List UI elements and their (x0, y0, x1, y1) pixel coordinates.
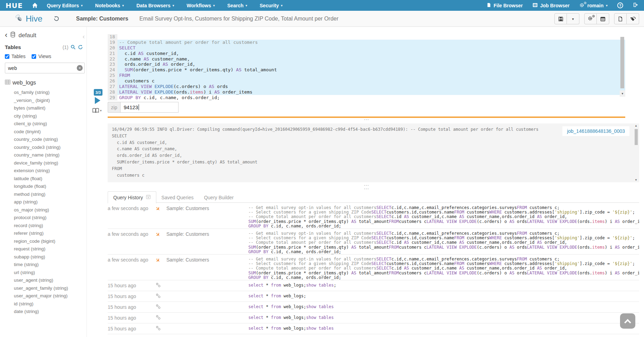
history-row[interactable]: 15 hours agoselect * from web_logs;show … (108, 313, 639, 323)
nav-menu-search[interactable]: Search▾ (227, 3, 247, 8)
refresh-icon[interactable] (78, 45, 83, 50)
column-item[interactable]: os_family (string) (5, 89, 86, 97)
token: from (271, 326, 281, 331)
column-item[interactable]: time (string) (5, 261, 86, 269)
column-item[interactable]: referer (string) (5, 230, 86, 238)
user-menu[interactable]: romain ▾ (579, 3, 608, 8)
chevron-down-icon: ▾ (81, 4, 83, 7)
scroll-down-icon[interactable]: ▼ (620, 90, 625, 97)
new-query-button[interactable] (614, 13, 627, 24)
filter-views[interactable]: Views (32, 54, 51, 59)
variable-input[interactable]: 94123 (120, 102, 179, 113)
settings-button[interactable] (584, 13, 597, 24)
column-item[interactable]: user_agent_major (string) (5, 292, 86, 300)
token: AS (459, 240, 464, 245)
column-item[interactable]: code (tinyint) (5, 128, 86, 136)
token: customers c (399, 219, 427, 224)
column-item[interactable]: id (string) (5, 300, 86, 308)
token: (ords. (174, 89, 190, 95)
tab-query-history[interactable]: Query History (108, 191, 156, 203)
scroll-up-icon[interactable]: ▲ (635, 124, 637, 127)
tab-saved-queries[interactable]: Saved Queries (156, 192, 199, 203)
column-item[interactable]: client_ip (string) (5, 120, 86, 128)
column-item[interactable]: bytes (smallint) (5, 104, 86, 112)
scroll-down-icon[interactable]: ▼ (635, 178, 637, 182)
file-browser-button[interactable]: File Browser (487, 2, 523, 9)
scroll-to-top-button[interactable] (620, 313, 635, 329)
token: SELECT (371, 210, 386, 215)
search-icon[interactable] (71, 45, 76, 50)
column-item[interactable]: url (string) (5, 269, 86, 277)
column-item[interactable]: subapp (string) (5, 253, 86, 261)
filter-tables[interactable]: Tables (5, 54, 25, 59)
column-item[interactable]: protocol (string) (5, 214, 86, 222)
scrollbar-thumb[interactable] (635, 129, 638, 145)
tab-query-builder[interactable]: Query Builder (199, 192, 239, 203)
token: customers.addresses[ (502, 261, 555, 266)
resize-handle[interactable]: ⋯ (108, 118, 625, 121)
job-link[interactable]: job_1461888648136_0003 (567, 128, 625, 134)
database-selector[interactable]: ‹ default (5, 32, 86, 39)
collapse-panel-icon[interactable]: ‹ (83, 33, 85, 40)
column-item[interactable]: request (string) (5, 245, 86, 253)
history-row[interactable]: 15 hours agoselect * from web_logs;show … (108, 280, 639, 291)
views-checkbox[interactable] (32, 54, 36, 59)
back-icon[interactable]: ‹ (5, 31, 7, 39)
nav-menu-security[interactable]: Security▾ (260, 3, 283, 8)
column-item[interactable]: extension (string) (5, 167, 86, 175)
query-history-icon[interactable] (53, 16, 59, 22)
save-dropdown-button[interactable]: ▾ (567, 13, 579, 24)
column-item[interactable]: user_agent (string) (5, 276, 86, 284)
column-item[interactable]: app (string) (5, 198, 86, 206)
column-item[interactable]: country_code3 (string) (5, 144, 86, 152)
token: show tables (306, 283, 333, 288)
column-item[interactable]: city (string) (5, 112, 86, 120)
history-row[interactable]: 15 hours agoselect * from web_logs;show … (108, 302, 639, 313)
scrollbar-thumb[interactable] (620, 37, 624, 88)
column-item[interactable]: method (string) (5, 191, 86, 199)
history-row[interactable]: a few seconds ago✈Sample: Customers-- Ge… (108, 203, 639, 229)
table-item[interactable]: web_logs (5, 80, 86, 86)
table-search-input[interactable] (5, 63, 85, 73)
column-item[interactable]: record (string) (5, 222, 86, 230)
column-item[interactable]: date (string) (5, 308, 86, 316)
column-item[interactable]: latitude (float) (5, 175, 86, 183)
column-item[interactable]: os_major (string) (5, 206, 86, 214)
nav-menu-data-browsers[interactable]: Data Browsers▾ (137, 3, 174, 8)
history-row[interactable]: a few seconds ago✈Sample: Customers-- Ge… (108, 229, 639, 255)
token: -- Select customers for a given shipping… (248, 210, 371, 215)
logout-button[interactable] (633, 2, 638, 9)
help-button[interactable]: ? (617, 2, 623, 8)
history-row[interactable]: 15 hours agoselect * from web_logs;show … (108, 323, 639, 334)
column-item[interactable]: user_agent_family (string) (5, 284, 86, 292)
nav-menu-workflows[interactable]: Workflows▾ (187, 3, 215, 8)
job-browser-button[interactable]: Job Browser (532, 2, 570, 9)
column-item[interactable]: country_code (string) (5, 136, 86, 144)
nav-menu-notebooks[interactable]: Notebooks▾ (95, 3, 124, 8)
token: AS (459, 214, 464, 219)
column-item[interactable]: region_code (bigint) (5, 238, 86, 246)
clear-history-icon[interactable] (146, 194, 151, 200)
column-item[interactable]: longitude (float) (5, 183, 86, 191)
token: (order_items.price * order_items.qty) (256, 271, 352, 275)
column-item[interactable]: device_family (string) (5, 159, 86, 167)
schedule-button[interactable] (597, 13, 609, 24)
resize-handle[interactable]: ⋯ (108, 187, 625, 191)
history-row[interactable]: 15 hours agoselect * from web_logs; (108, 291, 639, 302)
hue-logo[interactable]: HUE (6, 1, 23, 10)
clear-search-icon[interactable]: × (77, 65, 83, 71)
column-item[interactable]: _version_ (bigint) (5, 97, 86, 105)
tables-checkbox[interactable] (5, 54, 9, 59)
home-icon[interactable] (32, 2, 38, 8)
editor-scrollbar[interactable]: ▼ (620, 37, 625, 101)
code-editor[interactable]: 1819-- Compute total amount per order fo… (108, 34, 625, 101)
execute-button[interactable] (95, 97, 100, 104)
query-variable: zip 94123 (108, 102, 179, 113)
save-button[interactable] (554, 13, 567, 24)
log-scrollbar[interactable]: ▲ ▼ (634, 124, 638, 182)
editor-options-button[interactable]: ▾ (92, 108, 102, 113)
tags-button[interactable] (627, 13, 639, 24)
nav-menu-query-editors[interactable]: Query Editors▾ (47, 3, 83, 8)
column-item[interactable]: country_name (string) (5, 151, 86, 159)
history-row[interactable]: a few seconds ago✈Sample: Customers-- Ge… (108, 255, 639, 280)
